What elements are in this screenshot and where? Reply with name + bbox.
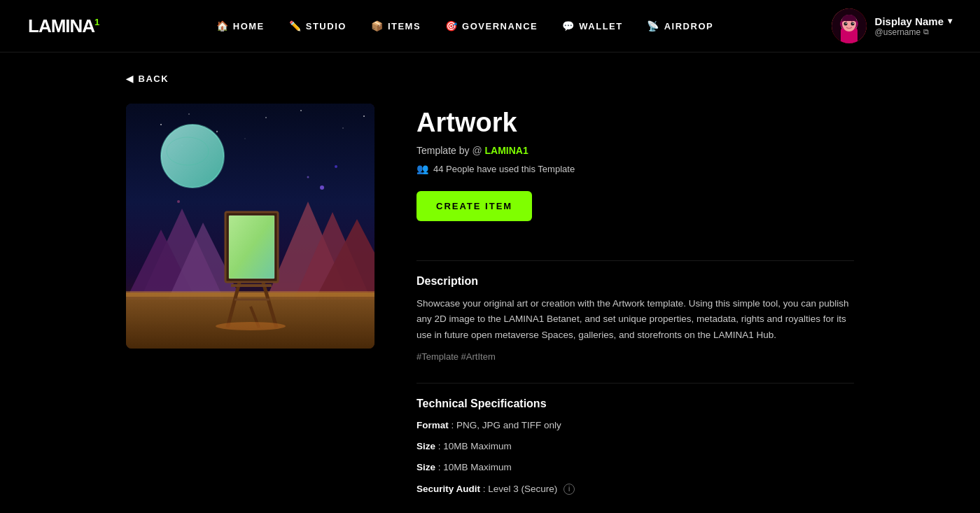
svg-point-5 <box>844 22 847 26</box>
svg-point-14 <box>300 110 302 111</box>
svg-point-11 <box>188 113 190 115</box>
svg-rect-36 <box>229 216 274 279</box>
item-title: Artwork <box>416 108 854 138</box>
back-arrow-icon: ◀ <box>126 73 134 84</box>
nav-items[interactable]: 📦 ITEMS <box>372 20 421 31</box>
svg-point-13 <box>265 117 267 118</box>
nav-home[interactable]: 🏠 HOME <box>217 20 265 31</box>
navbar: LAMINA1 🏠 HOME ✏️ STUDIO 📦 ITEMS 🎯 GOVER… <box>0 0 980 52</box>
main-content: ◀ BACK <box>0 52 980 513</box>
svg-point-8 <box>853 22 854 24</box>
svg-point-17 <box>244 138 245 139</box>
spec-size-1: Size : 10MB Maximum <box>416 440 854 454</box>
spec-security: Security Audit : Level 3 (Secure) i <box>416 482 854 496</box>
governance-icon: 🎯 <box>446 20 457 31</box>
content-row: Artwork Template by @ LAMINA1 👥 44 Peopl… <box>126 104 854 503</box>
svg-point-15 <box>342 127 343 128</box>
nav-governance[interactable]: 🎯 GOVERNANCE <box>446 20 538 31</box>
info-icon[interactable]: i <box>564 484 575 495</box>
nav-wallet[interactable]: 💬 WALLET <box>563 20 622 31</box>
artwork-image <box>126 104 374 349</box>
description-title: Description <box>416 275 854 288</box>
svg-point-16 <box>363 115 365 117</box>
wallet-icon: 💬 <box>563 20 574 31</box>
back-button[interactable]: ◀ BACK <box>126 73 854 84</box>
username: @username ⧉ <box>875 27 952 37</box>
logo-text: LAMINA1 <box>28 15 99 37</box>
airdrop-icon: 📡 <box>648 20 659 31</box>
description-text: Showcase your original art or creation w… <box>416 296 854 343</box>
user-info: Display Name ▾ @username ⧉ <box>875 15 952 37</box>
people-icon: 👥 <box>416 163 428 174</box>
people-used: 👥 44 People have used this Template <box>416 163 854 174</box>
svg-point-40 <box>307 176 309 178</box>
svg-point-42 <box>216 322 286 330</box>
tags: #Template #ArtItem <box>416 351 854 362</box>
svg-point-12 <box>216 131 218 132</box>
svg-point-6 <box>850 22 854 26</box>
right-panel: Artwork Template by @ LAMINA1 👥 44 Peopl… <box>416 104 854 503</box>
studio-icon: ✏️ <box>290 20 301 31</box>
specs-section: Technical Specifications Format : PNG, J… <box>416 398 854 496</box>
user-area: Display Name ▾ @username ⧉ <box>832 8 952 43</box>
items-icon: 📦 <box>372 20 383 31</box>
svg-point-39 <box>335 165 337 168</box>
home-icon: 🏠 <box>217 20 228 31</box>
create-item-button[interactable]: CREATE ITEM <box>416 191 532 221</box>
spec-format: Format : PNG, JPG and TIFF only <box>416 419 854 433</box>
specs-title: Technical Specifications <box>416 398 854 410</box>
nav-links: 🏠 HOME ✏️ STUDIO 📦 ITEMS 🎯 GOVERNANCE 💬 … <box>217 20 713 31</box>
nav-airdrop[interactable]: 📡 AIRDROP <box>648 20 713 31</box>
svg-point-41 <box>177 200 180 203</box>
svg-point-10 <box>160 124 162 125</box>
divider-1 <box>416 260 854 261</box>
svg-point-38 <box>320 185 324 190</box>
nav-studio[interactable]: ✏️ STUDIO <box>290 20 346 31</box>
chevron-down-icon[interactable]: ▾ <box>948 16 952 26</box>
template-by: Template by @ LAMINA1 <box>416 145 854 156</box>
svg-rect-28 <box>126 293 374 349</box>
divider-2 <box>416 383 854 384</box>
display-name: Display Name ▾ <box>875 15 952 27</box>
svg-point-7 <box>846 22 847 24</box>
svg-rect-29 <box>126 291 374 297</box>
spec-size-2: Size : 10MB Maximum <box>416 461 854 475</box>
logo[interactable]: LAMINA1 <box>28 15 99 37</box>
avatar <box>832 8 867 43</box>
copy-icon[interactable]: ⧉ <box>923 27 929 36</box>
